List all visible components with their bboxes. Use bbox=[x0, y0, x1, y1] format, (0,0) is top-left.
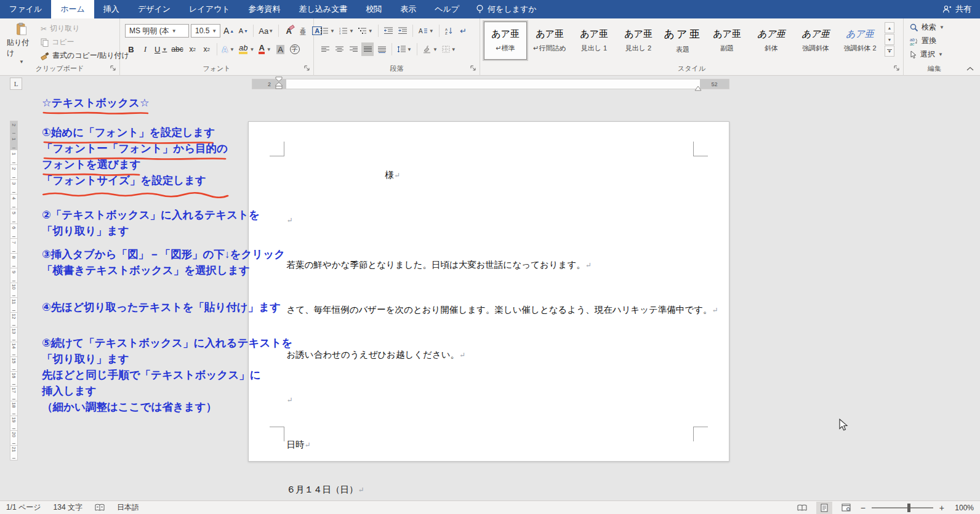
character-shading-button[interactable]: A bbox=[275, 42, 287, 56]
style-card[interactable]: あア亜 ↵行間詰め bbox=[528, 22, 571, 60]
enclose-characters-button[interactable]: 字 bbox=[289, 42, 301, 56]
zoom-out-button[interactable]: − bbox=[861, 503, 866, 513]
style-card[interactable]: あア亜 見出し 1 bbox=[572, 22, 616, 60]
zoom-slider-thumb[interactable] bbox=[907, 504, 910, 512]
highlight-button[interactable]: ab▼ bbox=[238, 42, 255, 56]
copy-button[interactable]: コピー bbox=[41, 37, 129, 47]
paragraph-group: ▼ 123▼ ▼ A▼ AZ ↵ ▼ ▼ bbox=[314, 18, 480, 76]
right-indent-marker[interactable] bbox=[694, 84, 702, 93]
style-card[interactable]: あア亜 ↵標準 bbox=[484, 22, 527, 60]
paragraph-dialog-launcher[interactable] bbox=[470, 65, 478, 73]
asian-layout-button[interactable]: A▼ bbox=[417, 24, 435, 38]
share-button[interactable]: 共有 bbox=[942, 0, 971, 18]
strikethrough-button[interactable]: abc bbox=[170, 42, 184, 56]
ribbon-tab[interactable]: ホーム bbox=[51, 0, 94, 18]
shrink-font-button[interactable]: A▼ bbox=[237, 24, 249, 38]
underline-button[interactable]: U▼ bbox=[153, 42, 168, 56]
ribbon-tab[interactable]: 差し込み文書 bbox=[290, 0, 357, 18]
find-button[interactable]: 検索▼ bbox=[910, 22, 944, 33]
styles-scroll-down-button[interactable]: ▼ bbox=[885, 34, 894, 45]
styles-gallery-expand-button[interactable]: ▼ bbox=[885, 46, 894, 57]
styles-dialog-launcher[interactable] bbox=[894, 65, 901, 73]
sort-button[interactable]: AZ bbox=[443, 24, 456, 38]
proofing-icon[interactable] bbox=[95, 504, 105, 512]
change-case-button[interactable]: Aa▼ bbox=[257, 24, 275, 38]
collapse-ribbon-button[interactable] bbox=[966, 64, 975, 71]
borders-button[interactable]: ▼ bbox=[441, 42, 457, 56]
tab-selector[interactable]: L bbox=[10, 78, 22, 90]
grow-font-button[interactable]: A▲ bbox=[222, 24, 235, 38]
document-line[interactable]: 日時↵ bbox=[278, 422, 709, 467]
select-button[interactable]: 選択▼ bbox=[910, 49, 944, 60]
cut-button[interactable]: ✂ 切り取り bbox=[41, 23, 129, 34]
ribbon-tab[interactable]: ファイル bbox=[0, 0, 51, 18]
zoom-slider[interactable] bbox=[872, 507, 933, 508]
language-indicator[interactable]: 日本語 bbox=[117, 502, 139, 513]
style-card[interactable]: あア亜 表題 bbox=[661, 22, 704, 60]
paragraph-mark: ↵ bbox=[287, 396, 293, 404]
font-dialog-launcher[interactable] bbox=[304, 65, 311, 73]
show-formatting-marks-button[interactable]: ↵ bbox=[457, 24, 470, 38]
style-card[interactable]: あア亜 斜体 bbox=[750, 22, 793, 60]
align-left-button[interactable] bbox=[319, 42, 331, 56]
document-line[interactable]: お誘い合わせのうえぜひお越しください。↵ bbox=[278, 332, 709, 377]
ribbon-tab[interactable]: 挿入 bbox=[94, 0, 129, 18]
ribbon-tab[interactable]: デザイン bbox=[129, 0, 180, 18]
bullets-button[interactable]: ▼ bbox=[319, 24, 336, 38]
clipboard-dialog-launcher[interactable] bbox=[110, 65, 118, 73]
ribbon-tab[interactable]: ヘルプ bbox=[425, 0, 468, 18]
subscript-button[interactable]: x2 bbox=[187, 42, 199, 56]
align-right-button[interactable] bbox=[347, 42, 359, 56]
ribbon-tab[interactable]: 表示 bbox=[391, 0, 425, 18]
text-effects-button[interactable]: A▼ bbox=[221, 42, 236, 56]
increase-indent-button[interactable] bbox=[396, 24, 409, 38]
document-line[interactable]: ↵ bbox=[278, 377, 709, 422]
ribbon-tab[interactable]: レイアウト bbox=[180, 0, 239, 18]
read-mode-button[interactable] bbox=[794, 502, 810, 514]
justify-button[interactable] bbox=[361, 42, 374, 56]
multilevel-list-button[interactable]: ▼ bbox=[357, 24, 374, 38]
vertical-ruler-cell: 7 bbox=[10, 239, 18, 254]
indent-markers[interactable] bbox=[275, 76, 283, 91]
style-card[interactable]: あア亜 強調斜体 2 bbox=[838, 22, 882, 60]
replace-button[interactable]: abac 置換 bbox=[910, 36, 944, 46]
clear-formatting-button[interactable]: A bbox=[283, 24, 295, 38]
zoom-percentage[interactable]: 100% bbox=[950, 504, 974, 512]
document-text[interactable]: 様↵ ↵ 若葉の鮮やかな季節となりました。日頃は大変お世話になっております。↵ … bbox=[278, 153, 709, 514]
phonetic-guide-button[interactable]: ア亜 bbox=[297, 24, 309, 38]
format-painter-button[interactable]: 書式のコピー/貼り付け bbox=[41, 50, 129, 61]
ribbon-tab[interactable]: 参考資料 bbox=[239, 0, 290, 18]
style-card[interactable]: あア亜 副題 bbox=[705, 22, 749, 60]
style-card[interactable]: あア亜 見出し 2 bbox=[617, 22, 660, 60]
style-card[interactable]: あア亜 強調斜体 bbox=[794, 22, 837, 60]
font-size-combo[interactable]: 10.5▼ bbox=[191, 24, 220, 38]
bold-button[interactable]: B bbox=[125, 42, 137, 56]
page-count[interactable]: 1/1 ページ bbox=[6, 502, 41, 513]
word-count[interactable]: 134 文字 bbox=[54, 502, 82, 513]
styles-scroll-up-button[interactable]: ▲ bbox=[885, 22, 894, 33]
distribute-button[interactable] bbox=[376, 42, 388, 56]
document-page[interactable]: 様↵ ↵ 若葉の鮮やかな季節となりました。日頃は大変お世話になっております。↵ … bbox=[248, 121, 729, 462]
ribbon-tab[interactable]: 校閲 bbox=[356, 0, 391, 18]
document-line[interactable]: 若葉の鮮やかな季節となりました。日頃は大変お世話になっております。↵ bbox=[278, 243, 709, 287]
paste-button[interactable]: 貼り付け ▼ bbox=[6, 22, 37, 64]
decrease-indent-button[interactable] bbox=[382, 24, 395, 38]
tell-me-box[interactable]: 何をしますか bbox=[468, 0, 544, 18]
document-line[interactable]: さて、毎年恒例のバザーを次のとおり開催します。楽しい催しとなるよう、現在ハリキッ… bbox=[278, 287, 709, 332]
numbering-button[interactable]: 123▼ bbox=[338, 24, 355, 38]
font-color-button[interactable]: A▼ bbox=[257, 42, 272, 56]
print-layout-button[interactable] bbox=[816, 502, 832, 514]
vertical-ruler[interactable]: 21123456789101112131415161718192021 bbox=[10, 121, 18, 460]
line-spacing-button[interactable]: ▼ bbox=[396, 42, 413, 56]
paragraph-mark: ↵ bbox=[287, 216, 293, 225]
document-line[interactable]: 様↵ bbox=[278, 153, 709, 198]
shading-button[interactable]: ▼ bbox=[421, 42, 439, 56]
superscript-button[interactable]: x2 bbox=[201, 42, 213, 56]
web-layout-button[interactable] bbox=[838, 502, 854, 514]
italic-button[interactable]: I bbox=[139, 42, 151, 56]
align-center-button[interactable] bbox=[333, 42, 345, 56]
document-line[interactable]: ↵ bbox=[278, 198, 709, 243]
font-family-combo[interactable]: MS 明朝 (本▼ bbox=[125, 24, 189, 38]
horizontal-ruler[interactable]: 2 52 bbox=[252, 79, 729, 89]
zoom-in-button[interactable]: + bbox=[939, 503, 944, 513]
